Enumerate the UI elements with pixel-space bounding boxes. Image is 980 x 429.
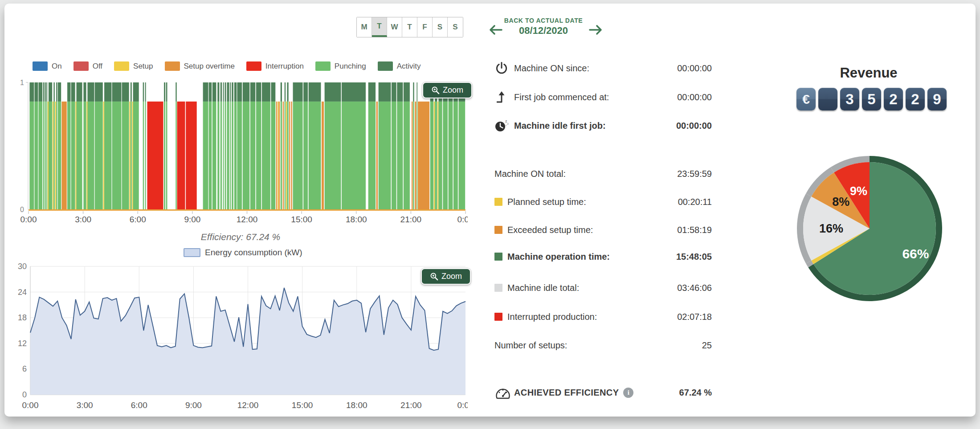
svg-text:0:00: 0:00 [457, 215, 468, 224]
day-cell-5[interactable]: S [433, 17, 448, 37]
legend-label: On [52, 62, 62, 71]
stat-value: 00:00:00 [677, 63, 712, 74]
legend-swatch [114, 61, 129, 71]
svg-text:21:00: 21:00 [400, 215, 422, 224]
stat-value: 67.24 % [679, 388, 712, 398]
day-of-week-selector: MTWTFSS [356, 17, 463, 37]
legend-swatch [165, 61, 180, 71]
timeline-zoom-button[interactable]: Zoom [422, 82, 472, 98]
stat-value: 15:48:05 [676, 252, 712, 262]
energy-legend-label: Energy consumption (kW) [205, 248, 302, 257]
day-cell-0[interactable]: M [357, 17, 372, 37]
stat-value: 01:58:19 [677, 225, 712, 235]
svg-text:30: 30 [18, 262, 27, 271]
time-share-pie-chart: 66%16%8%9% [794, 153, 945, 304]
legend-item: Setup [114, 61, 153, 71]
stat-label: First job commenced at: [514, 92, 609, 102]
gauge-icon [494, 385, 514, 400]
digit-tile: 2 [906, 88, 925, 110]
magnifier-plus-icon [431, 86, 440, 94]
stat-value: 00:20:11 [678, 197, 712, 207]
legend-swatch [33, 61, 48, 71]
stat-row-machine-on-total: Machine ON total: 23:59:59 [494, 166, 712, 181]
pie-slice-label: 8% [832, 195, 849, 208]
energy-legend: Energy consumption (kW) [184, 248, 302, 257]
previous-day-arrow-icon[interactable] [488, 23, 503, 37]
idle-clock-icon: z z z [494, 118, 514, 133]
stat-label: Number of setups: [494, 340, 567, 351]
energy-zoom-button[interactable]: Zoom [421, 268, 471, 285]
svg-text:12:00: 12:00 [237, 400, 259, 410]
day-cell-4[interactable]: F [417, 17, 433, 37]
svg-text:18: 18 [18, 313, 27, 322]
stat-row-exceeded-setup: Exceeded setup time: 01:58:19 [494, 222, 712, 237]
first-job-icon [494, 90, 514, 104]
digit-tile: 9 [927, 88, 947, 110]
svg-text:z: z [507, 122, 509, 125]
svg-text:15:00: 15:00 [292, 400, 313, 410]
stat-label: Machine idle first job: [514, 121, 606, 131]
legend-item: Punching [315, 61, 366, 71]
digit-tile: 2 [884, 88, 903, 110]
legend-item: Activity [378, 61, 421, 71]
back-to-actual-date[interactable]: BACK TO ACTUAL DATE 08/12/2020 [503, 17, 584, 37]
next-day-arrow-icon[interactable] [588, 23, 603, 37]
legend-item: Off [74, 61, 102, 71]
digit-tile: 5 [862, 88, 881, 110]
stat-value: 03:46:06 [677, 283, 712, 293]
legend-label: Activity [397, 62, 421, 71]
svg-text:0:00: 0:00 [22, 400, 39, 410]
stat-row-first-job: First job commenced at: 00:00:00 [494, 90, 712, 105]
stat-label: Machine idle total: [507, 283, 579, 293]
svg-text:6:00: 6:00 [130, 215, 146, 224]
svg-text:9:00: 9:00 [184, 215, 200, 224]
stat-value: 02:07:18 [677, 312, 712, 322]
stat-row-machine-on-since: Machine ON since: 00:00:00 [494, 61, 712, 76]
digit-tile: 3 [840, 88, 859, 110]
energy-legend-swatch [184, 248, 200, 257]
machine-operation-swatch [494, 253, 502, 261]
exceeded-setup-swatch [494, 226, 502, 234]
stat-row-planned-setup: Planned setup time: 00:20:11 [494, 194, 712, 209]
pie-slice-label: 9% [850, 184, 867, 198]
legend-label: Setup [133, 62, 153, 71]
svg-text:0:00: 0:00 [457, 400, 468, 410]
svg-text:z: z [506, 124, 507, 127]
svg-text:9:00: 9:00 [185, 400, 202, 410]
day-cell-1[interactable]: T [372, 17, 387, 37]
legend-swatch [315, 61, 331, 71]
day-cell-3[interactable]: T [402, 17, 417, 37]
stat-label: Machine ON total: [494, 169, 566, 179]
svg-text:3:00: 3:00 [77, 400, 93, 410]
pie-slice-label: 16% [819, 222, 843, 235]
zoom-button-label: Zoom [443, 86, 463, 95]
planned-setup-swatch [494, 198, 502, 206]
svg-text:3:00: 3:00 [75, 215, 91, 224]
stat-value: 00:00:00 [676, 121, 712, 131]
machine-idle-swatch [494, 284, 502, 292]
dashboard-card: MTWTFSS BACK TO ACTUAL DATE 08/12/2020 O… [4, 4, 976, 417]
legend-label: Setup overtime [184, 62, 235, 71]
currency-tile: € [796, 88, 816, 110]
legend-item: Setup overtime [165, 61, 235, 71]
svg-text:24: 24 [18, 288, 27, 297]
timeline-legend: OnOffSetupSetup overtimeInterruptionPunc… [33, 61, 421, 71]
day-cell-6[interactable]: S [448, 17, 463, 37]
machine-state-timeline-chart: 100:003:006:009:0012:0015:0018:0021:000:… [18, 76, 468, 224]
stat-row-machine-idle-first-job: z z z Machine idle first job: 00:00:00 [494, 118, 712, 133]
magnifier-plus-icon [430, 272, 438, 281]
info-icon[interactable]: i [623, 388, 633, 398]
stat-row-number-of-setups: Number of setups: 25 [494, 338, 712, 353]
day-cell-2[interactable]: W [387, 17, 402, 37]
energy-consumption-chart: 06121824300:003:006:009:0012:0015:0018:0… [18, 261, 468, 415]
stat-value: 00:00:00 [677, 92, 712, 102]
stat-row-machine-idle-total: Machine idle total: 03:46:06 [494, 280, 712, 295]
zoom-button-label: Zoom [441, 272, 462, 281]
stat-label: ACHIEVED EFFICIENCY [514, 388, 619, 398]
stat-label: Exceeded setup time: [507, 225, 593, 235]
svg-text:0: 0 [22, 390, 27, 399]
back-to-actual-date-label: BACK TO ACTUAL DATE [503, 17, 584, 24]
legend-item: Interruption [246, 61, 304, 71]
revenue-counter: €35229 [796, 88, 947, 110]
stat-row-machine-operation: Machine operation time: 15:48:05 [494, 249, 712, 264]
